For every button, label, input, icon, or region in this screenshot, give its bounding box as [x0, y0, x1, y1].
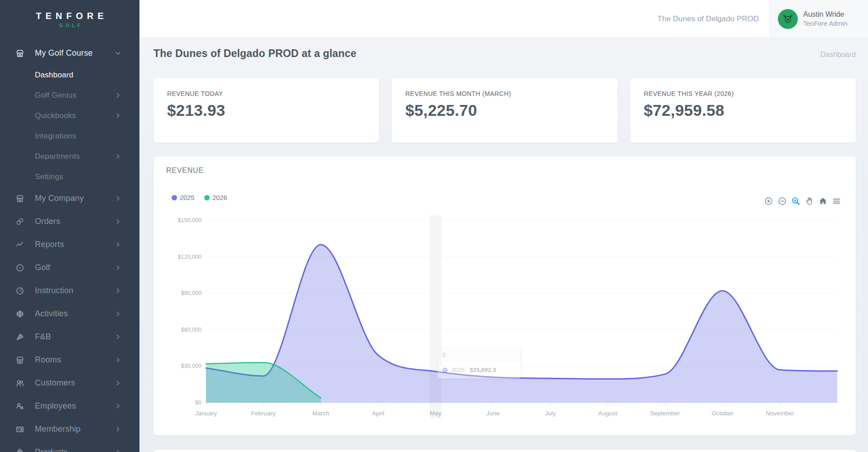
- stats-row: REVENUE TODAY $213.93 REVENUE THIS MONTH…: [153, 78, 856, 143]
- sidebar-item-label: My Company: [35, 194, 84, 203]
- zoom-out-icon[interactable]: [777, 196, 787, 206]
- x-axis-label: April: [372, 410, 384, 417]
- tennis-ball-icon: [15, 309, 24, 319]
- sidebar-item-customers[interactable]: Customers: [0, 371, 139, 395]
- chevron-down-icon: [115, 50, 121, 57]
- sidebar-item-settings[interactable]: Settings: [0, 167, 139, 187]
- sidebar-item-label: Employees: [35, 401, 76, 411]
- chevron-right-icon: [115, 380, 121, 386]
- sidebar-item-label: My Golf Course: [35, 48, 93, 58]
- chart-legend: 20252026: [172, 194, 227, 201]
- sidebar-item-reports[interactable]: Reports: [0, 233, 139, 256]
- home-icon[interactable]: [818, 196, 828, 206]
- sidebar-item-label: Instruction: [35, 286, 73, 295]
- sidebar-item-label: Activities: [35, 309, 68, 319]
- legend-item-2026[interactable]: 2026: [204, 194, 227, 201]
- user-name: Austin Wride: [803, 10, 844, 18]
- revenue-area-chart[interactable]: $0$30,000$60,000$90,000$120,000$150,000J…: [163, 210, 842, 427]
- sidebar-item-rooms[interactable]: Rooms: [0, 348, 139, 371]
- golf-ball-icon: [15, 263, 24, 272]
- sidebar-item-instruction[interactable]: Instruction: [0, 279, 139, 302]
- sidebar-item-orders[interactable]: Orders: [0, 210, 139, 233]
- sidebar-item-label: Rooms: [35, 355, 61, 365]
- sidebar-item-employees[interactable]: Employees: [0, 395, 139, 418]
- x-axis-label: August: [598, 410, 617, 417]
- chart-title: REVENUE: [166, 167, 204, 175]
- instruction-ball-icon: [15, 286, 24, 295]
- chevron-right-icon: [115, 449, 121, 452]
- rings-icon: [15, 217, 24, 226]
- sidebar-item-quickbooks[interactable]: Quickbooks: [0, 105, 139, 126]
- id-card-icon: [15, 425, 24, 434]
- sidebar-item-label: Golf: [35, 263, 50, 272]
- x-axis-label: March: [312, 410, 330, 417]
- breadcrumb: Dashboard: [820, 51, 856, 59]
- users-icon: [15, 379, 24, 388]
- sidebar-menu: My Golf Course Dashboard Golf Genius Qui…: [0, 42, 139, 452]
- stat-value: $72,959.58: [644, 101, 842, 119]
- menu-icon[interactable]: [832, 196, 841, 206]
- y-axis-label: $30,000: [181, 363, 201, 369]
- chevron-right-icon: [115, 426, 121, 433]
- revenue-chart-card: REVENUE 20252026 $0$30,000$60,000$90,000…: [153, 157, 856, 435]
- chevron-right-icon: [115, 310, 121, 317]
- stat-label: REVENUE THIS YEAR (2026): [644, 90, 842, 97]
- brand-sub: GOLF: [0, 23, 139, 28]
- pizza-icon: [15, 333, 24, 342]
- sidebar-item-label: Reports: [35, 240, 64, 249]
- sidebar-item-my-company[interactable]: My Company: [0, 187, 139, 210]
- moose-avatar-icon: [778, 9, 798, 29]
- dashboard-page: TENFORE GOLF My Golf Course Dashboard Go…: [0, 0, 868, 452]
- chevron-right-icon: [115, 241, 121, 248]
- storefront-icon: [15, 49, 24, 58]
- chevron-right-icon: [115, 357, 121, 363]
- stat-label: REVENUE TODAY: [167, 90, 365, 97]
- stat-value: $5,225.70: [405, 101, 604, 119]
- sidebar-item-membership[interactable]: Membership: [0, 418, 139, 441]
- user-menu[interactable]: Austin Wride TenFore Admin: [769, 0, 868, 38]
- sidebar-item-label: Customers: [35, 378, 75, 388]
- y-axis-label: $120,000: [178, 254, 201, 260]
- legend-item-2025[interactable]: 2025: [172, 194, 194, 201]
- legend-dot-icon: [172, 195, 177, 200]
- y-axis-label: $150,000: [178, 217, 201, 224]
- sidebar: TENFORE GOLF My Golf Course Dashboard Go…: [0, 0, 139, 452]
- brand-name: TENFORE: [0, 11, 139, 21]
- x-axis-label: May: [430, 410, 441, 417]
- chevron-right-icon: [115, 218, 121, 225]
- chevron-right-icon: [115, 333, 121, 340]
- sidebar-item-label: Quickbooks: [35, 111, 76, 120]
- sidebar-item-departments[interactable]: Departments: [0, 146, 139, 167]
- x-axis-label: July: [545, 410, 556, 417]
- selection-zoom-icon[interactable]: [791, 196, 801, 206]
- pan-icon[interactable]: [805, 196, 814, 206]
- sidebar-item-golf-genius[interactable]: Golf Genius: [0, 85, 139, 105]
- sidebar-item-integrations[interactable]: Integrations: [0, 126, 139, 146]
- sidebar-item-label: Membership: [35, 424, 81, 434]
- tooltip-series-dot: [442, 367, 448, 373]
- chevron-right-icon: [115, 195, 121, 202]
- employee-icon: [15, 402, 24, 411]
- legend-dot-icon: [204, 195, 210, 200]
- sidebar-item-products[interactable]: Products: [0, 441, 139, 452]
- y-axis-label: $0: [195, 400, 201, 406]
- stat-value: $213.93: [167, 101, 365, 119]
- sidebar-item-f-b[interactable]: F&B: [0, 325, 139, 348]
- course-context-label: The Dunes of Delgado PROD: [657, 14, 759, 24]
- storefront-icon: [15, 194, 24, 203]
- chart-tooltip: 5 2025: $25,692.3: [437, 348, 521, 379]
- sidebar-item-golf[interactable]: Golf: [0, 256, 139, 279]
- tooltip-title: 5: [438, 348, 520, 362]
- sidebar-item-my-golf-course[interactable]: My Golf Course: [0, 42, 139, 65]
- stat-card-revenue-today: REVENUE TODAY $213.93: [153, 78, 379, 143]
- user-info: Austin Wride TenFore Admin: [803, 10, 848, 28]
- sidebar-item-label: Integrations: [35, 132, 76, 141]
- tooltip-row: 2025: $25,692.3: [438, 362, 520, 378]
- zoom-in-icon[interactable]: [764, 196, 773, 206]
- sidebar-item-label: Dashboard: [35, 71, 73, 80]
- sidebar-item-activities[interactable]: Activities: [0, 302, 139, 325]
- topbar: The Dunes of Delgado PROD Austin Wride T…: [139, 0, 868, 38]
- sidebar-item-dashboard[interactable]: Dashboard: [0, 65, 139, 85]
- chart-toolbar: [764, 196, 841, 206]
- sidebar-item-label: Golf Genius: [35, 91, 77, 100]
